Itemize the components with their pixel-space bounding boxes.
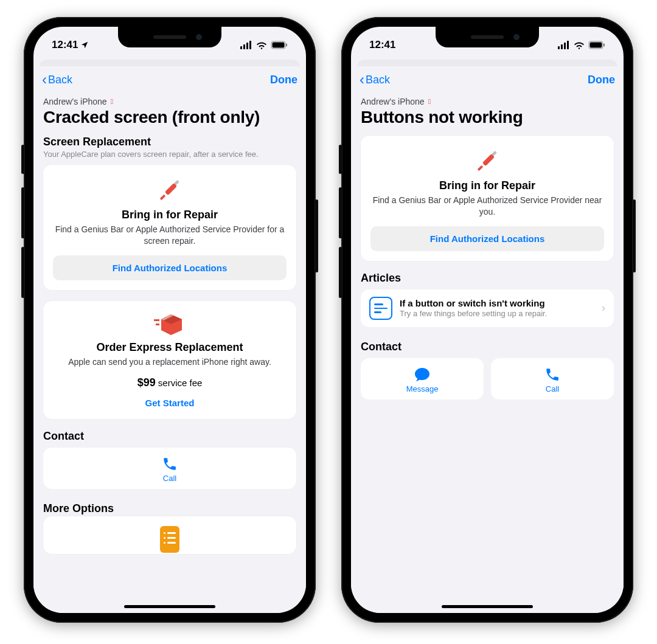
back-label: Back <box>48 74 72 86</box>
fee-line: $99 service fee <box>53 376 287 389</box>
svg-rect-1 <box>243 44 245 49</box>
back-label: Back <box>366 74 390 86</box>
status-time: 12:41 <box>52 39 78 51</box>
svg-rect-20 <box>561 44 563 49</box>
chevron-right-icon: › <box>602 302 605 314</box>
back-button[interactable]: ‹ Back <box>360 72 390 87</box>
phone-icon <box>491 367 614 383</box>
more-options-title: More Options <box>43 502 296 515</box>
notch <box>436 27 539 47</box>
svg-rect-24 <box>590 43 602 48</box>
svg-rect-15 <box>164 537 165 539</box>
phone-frame-left: 12:41 <box>24 17 316 623</box>
contact-call-label: Call <box>491 384 614 393</box>
applecare-icon:  <box>428 97 431 106</box>
page-title: Buttons not working <box>361 108 614 127</box>
svg-rect-3 <box>249 41 251 49</box>
svg-rect-2 <box>246 43 248 49</box>
article-row[interactable]: If a button or switch isn't working Try … <box>361 289 614 327</box>
section-title: Screen Replacement <box>43 136 296 148</box>
device-name: Andrew's iPhone <box>43 97 107 106</box>
svg-rect-8 <box>165 183 177 195</box>
status-time: 12:41 <box>369 39 395 51</box>
card-title: Order Express Replacement <box>53 341 287 354</box>
wifi-icon <box>256 41 267 49</box>
svg-rect-0 <box>240 46 242 49</box>
repair-card: Bring in for Repair Find a Genius Bar or… <box>43 165 296 290</box>
device-name: Andrew's iPhone <box>361 97 425 106</box>
svg-rect-12 <box>160 526 179 553</box>
back-button[interactable]: ‹ Back <box>42 72 72 87</box>
volume-up-button <box>339 187 342 238</box>
articles-title: Articles <box>361 272 614 285</box>
silence-switch <box>21 145 24 174</box>
section-subtitle: Your AppleCare plan covers screen repair… <box>43 150 296 159</box>
article-sub: Try a few things before setting up a rep… <box>400 309 594 318</box>
home-indicator[interactable] <box>442 605 533 608</box>
svg-rect-17 <box>164 542 165 544</box>
card-title: Bring in for Repair <box>370 179 604 192</box>
cellular-icon <box>558 41 570 49</box>
article-title: If a button or switch isn't working <box>400 298 594 308</box>
document-icon <box>43 525 296 554</box>
svg-rect-18 <box>167 542 176 544</box>
contact-call-tile[interactable]: Call <box>491 358 614 400</box>
fee-amount: $99 <box>137 376 156 389</box>
power-button <box>315 199 318 272</box>
svg-rect-19 <box>558 46 560 49</box>
done-button[interactable]: Done <box>270 74 297 86</box>
more-options-card[interactable] <box>43 516 296 554</box>
card-desc: Apple can send you a replacement iPhone … <box>53 356 287 368</box>
chevron-left-icon: ‹ <box>360 72 364 87</box>
svg-rect-22 <box>567 41 569 49</box>
contact-message-label: Message <box>361 384 484 393</box>
volume-down-button <box>21 247 24 298</box>
nav-bar: ‹ Back Done <box>351 66 624 87</box>
power-button <box>633 199 636 272</box>
contact-call-label: Call <box>43 474 296 483</box>
device-line: Andrew's iPhone  <box>361 97 614 106</box>
svg-rect-10 <box>154 319 159 321</box>
svg-rect-14 <box>167 532 176 534</box>
shipping-box-icon <box>53 312 287 336</box>
svg-rect-13 <box>164 532 165 534</box>
phone-frame-right: 12:41 ‹ <box>341 17 633 623</box>
svg-rect-27 <box>482 154 495 166</box>
screwdriver-icon <box>370 147 604 175</box>
repair-card: Bring in for Repair Find a Genius Bar or… <box>361 136 614 261</box>
svg-rect-25 <box>603 44 605 47</box>
svg-rect-9 <box>160 195 165 200</box>
contact-title: Contact <box>361 341 614 353</box>
get-started-button[interactable]: Get Started <box>53 395 287 409</box>
screwdriver-icon <box>53 176 287 204</box>
cellular-icon <box>240 41 252 49</box>
svg-rect-11 <box>156 324 159 325</box>
message-icon <box>361 367 484 383</box>
svg-rect-21 <box>564 43 566 49</box>
home-indicator[interactable] <box>124 605 215 608</box>
silence-switch <box>339 145 342 174</box>
card-title: Bring in for Repair <box>53 209 287 221</box>
phone-icon <box>43 456 296 472</box>
volume-down-button <box>339 247 342 298</box>
contact-message-tile[interactable]: Message <box>361 358 484 400</box>
svg-rect-5 <box>273 43 285 48</box>
notch <box>118 27 221 47</box>
find-locations-button[interactable]: Find Authorized Locations <box>370 226 604 251</box>
article-icon <box>369 297 392 320</box>
battery-icon <box>588 41 605 49</box>
svg-rect-6 <box>286 44 287 47</box>
applecare-icon:  <box>111 97 113 106</box>
card-desc: Find a Genius Bar or Apple Authorized Se… <box>370 195 604 218</box>
page-title: Cracked screen (front only) <box>43 108 296 127</box>
card-desc: Find a Genius Bar or Apple Authorized Se… <box>53 224 287 247</box>
volume-up-button <box>21 187 24 238</box>
done-button[interactable]: Done <box>588 74 615 86</box>
contact-call-tile[interactable]: Call <box>43 448 296 489</box>
contact-title: Contact <box>43 430 296 443</box>
nav-bar: ‹ Back Done <box>33 66 306 87</box>
fee-suffix: service fee <box>156 378 203 388</box>
device-line: Andrew's iPhone  <box>43 97 296 106</box>
svg-rect-28 <box>478 165 483 171</box>
find-locations-button[interactable]: Find Authorized Locations <box>53 255 287 280</box>
